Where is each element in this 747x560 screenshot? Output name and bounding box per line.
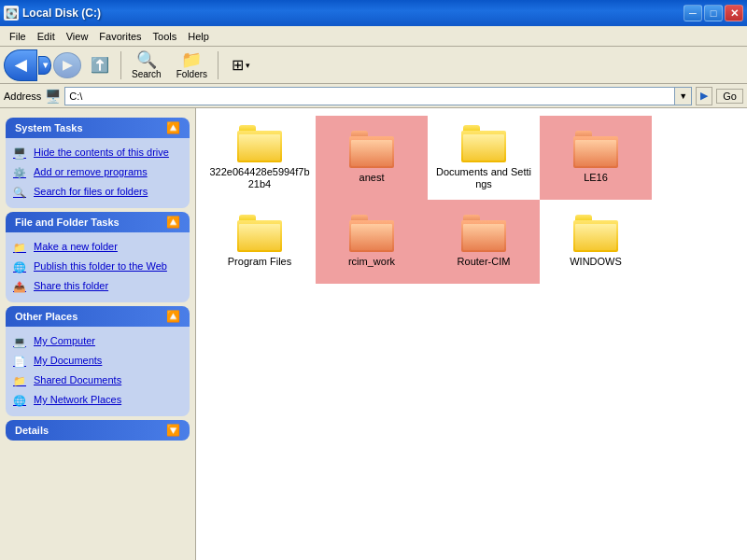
file-area: 322e064428e5994f7b21b4 anest (196, 108, 747, 560)
other-places-chevron: 🔼 (166, 310, 180, 323)
folder-icon-6 (461, 215, 506, 252)
folder-label-0: 322e064428e5994f7b21b4 (209, 166, 310, 190)
back-button[interactable]: ◀ (4, 49, 37, 81)
hide-contents-link[interactable]: 🖥️ Hide the contents of this drive (13, 144, 182, 163)
folder-label-6: Router-CIM (458, 256, 511, 268)
address-input-wrapper: ▼ (64, 87, 692, 105)
separator-2 (218, 51, 218, 79)
address-go-arrow[interactable]: ▶ (696, 87, 712, 105)
folder-label-4: Program Files (228, 256, 291, 268)
toolbar: ◀ ▾ ▶ ⬆️ 🔍 Search 📁 Folders ⊞ ▾ (0, 47, 747, 84)
address-dropdown[interactable]: ▼ (674, 88, 691, 105)
folder-icon-5 (349, 215, 394, 252)
folder-label-1: anest (359, 172, 385, 184)
forward-button[interactable]: ▶ (53, 52, 81, 78)
add-remove-programs-link[interactable]: ⚙️ Add or remove programs (13, 163, 182, 183)
folders-button[interactable]: 📁 Folders (170, 49, 214, 82)
address-label: Address (4, 91, 41, 102)
system-tasks-section: System Tasks 🔼 🖥️ Hide the contents of t… (6, 118, 190, 208)
file-folder-tasks-content: 📁 Make a new folder 🌐 Publish this folde… (6, 232, 190, 302)
folder-icon-1 (349, 131, 394, 168)
folder-item-5[interactable]: rcim_work (316, 200, 428, 284)
menu-file[interactable]: File (4, 29, 32, 44)
details-header[interactable]: Details 🔽 (6, 420, 190, 441)
folder-icon-7 (573, 215, 618, 252)
shared-documents-link[interactable]: 📁 Shared Documents (13, 371, 182, 391)
minimize-button[interactable]: ─ (684, 5, 702, 21)
folder-icon-2 (461, 125, 506, 162)
other-places-content: 💻 My Computer 📄 My Documents 📁 Shared Do… (6, 327, 190, 416)
menu-edit[interactable]: Edit (32, 29, 61, 44)
new-folder-link[interactable]: 📁 Make a new folder (13, 238, 182, 258)
folder-item-4[interactable]: Program Files (204, 200, 316, 284)
title-bar-text: Local Disk (C:) (22, 7, 680, 20)
go-button[interactable]: Go (716, 89, 743, 104)
other-places-header[interactable]: Other Places 🔼 (6, 306, 190, 327)
title-bar-icon: 💽 (4, 6, 19, 21)
views-dropdown-icon: ▾ (246, 61, 250, 70)
close-button[interactable]: ✕ (725, 5, 743, 21)
views-button[interactable]: ⊞ ▾ (222, 49, 260, 82)
separator-1 (120, 51, 121, 79)
address-folder-icon: 🖥️ (45, 89, 61, 104)
folder-item-2[interactable]: Documents and Settings (428, 116, 540, 200)
folder-icon-0 (237, 125, 282, 162)
search-files-icon: 🔍 (13, 186, 28, 201)
left-panel: System Tasks 🔼 🖥️ Hide the contents of t… (0, 108, 196, 560)
details-chevron: 🔽 (166, 424, 180, 437)
share-folder-link[interactable]: 📤 Share this folder (13, 277, 182, 297)
address-input[interactable] (65, 88, 674, 105)
system-tasks-header[interactable]: System Tasks 🔼 (6, 118, 190, 138)
folder-label-7: WINDOWS (570, 256, 622, 268)
folders-icon: 📁 (181, 51, 202, 68)
my-documents-icon: 📄 (13, 355, 28, 370)
publish-folder-link[interactable]: 🌐 Publish this folder to the Web (13, 258, 182, 277)
menu-tools[interactable]: Tools (148, 29, 183, 44)
shared-documents-icon: 📁 (13, 374, 28, 389)
up-button[interactable]: ⬆️ (83, 54, 117, 76)
search-button[interactable]: 🔍 Search (125, 49, 168, 82)
menu-bar: File Edit View Favorites Tools Help (0, 26, 747, 47)
publish-folder-icon: 🌐 (13, 260, 28, 275)
hide-contents-icon: 🖥️ (13, 147, 28, 161)
menu-help[interactable]: Help (182, 29, 215, 44)
system-tasks-chevron: 🔼 (166, 121, 180, 134)
title-bar-buttons: ─ □ ✕ (684, 5, 743, 21)
address-bar: Address 🖥️ ▼ ▶ Go (0, 84, 747, 108)
search-files-link[interactable]: 🔍 Search for files or folders (13, 183, 182, 203)
folder-item-1[interactable]: anest (316, 116, 428, 200)
back-dropdown[interactable]: ▾ (38, 56, 51, 75)
folder-item-0[interactable]: 322e064428e5994f7b21b4 (204, 116, 316, 200)
other-places-section: Other Places 🔼 💻 My Computer 📄 My Docume… (6, 306, 190, 416)
folder-item-3[interactable]: LE16 (540, 116, 652, 200)
maximize-button[interactable]: □ (704, 5, 723, 21)
folder-item-7[interactable]: WINDOWS (540, 200, 652, 284)
menu-favorites[interactable]: Favorites (93, 29, 147, 44)
file-folder-tasks-section: File and Folder Tasks 🔼 📁 Make a new fol… (6, 212, 190, 302)
details-section: Details 🔽 (6, 420, 190, 441)
add-remove-icon: ⚙️ (13, 166, 28, 181)
folder-item-6[interactable]: Router-CIM (428, 200, 540, 284)
my-network-places-link[interactable]: 🌐 My Network Places (13, 391, 182, 411)
folder-icon-4 (237, 215, 282, 252)
folder-label-3: LE16 (584, 172, 608, 184)
views-icon: ⊞ (232, 56, 244, 74)
my-documents-link[interactable]: 📄 My Documents (13, 352, 182, 371)
main-area: System Tasks 🔼 🖥️ Hide the contents of t… (0, 108, 747, 560)
file-folder-tasks-header[interactable]: File and Folder Tasks 🔼 (6, 212, 190, 232)
menu-view[interactable]: View (61, 29, 94, 44)
folder-label-5: rcim_work (348, 256, 395, 268)
title-bar: 💽 Local Disk (C:) ─ □ ✕ (0, 0, 747, 26)
folder-label-2: Documents and Settings (433, 166, 534, 190)
my-computer-link[interactable]: 💻 My Computer (13, 332, 182, 352)
my-network-places-icon: 🌐 (13, 394, 28, 409)
system-tasks-content: 🖥️ Hide the contents of this drive ⚙️ Ad… (6, 138, 190, 208)
share-folder-icon: 📤 (13, 280, 28, 295)
new-folder-icon: 📁 (13, 241, 28, 256)
folder-icon-3 (573, 131, 618, 168)
my-computer-icon: 💻 (13, 335, 28, 350)
file-folder-chevron: 🔼 (166, 216, 180, 229)
search-icon: 🔍 (136, 51, 157, 68)
